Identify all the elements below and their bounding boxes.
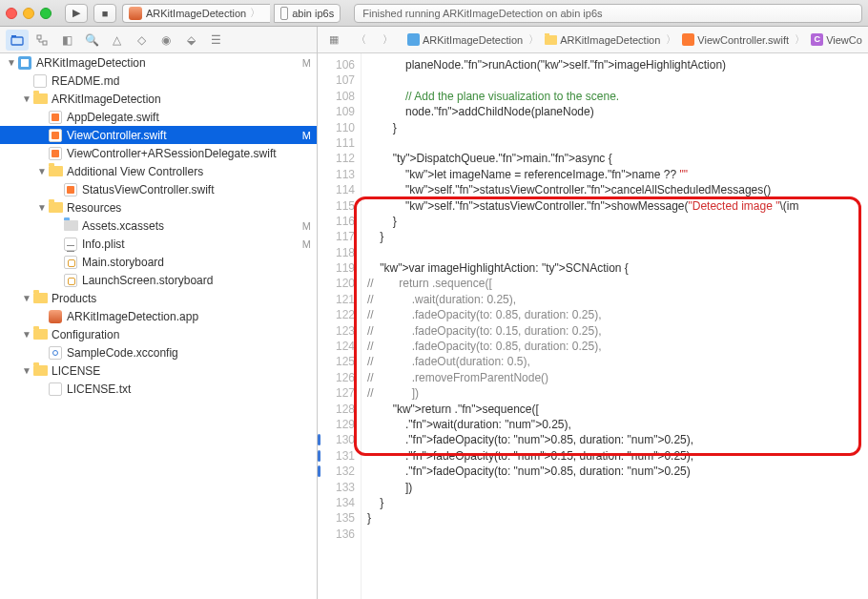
chevron-right-icon: 〉: [528, 32, 539, 47]
tree-row-mainsb[interactable]: Main.storyboard: [0, 253, 317, 271]
forward-button[interactable]: 〉: [377, 31, 398, 50]
navigator-selector: ◧ 🔍 △ ◇ ◉ ⬙ ☰: [0, 27, 317, 53]
chevron-left-icon: 〈: [356, 32, 366, 47]
folder-icon: [33, 365, 48, 376]
swift-file-icon: [49, 111, 62, 124]
storyboard-file-icon: [64, 256, 77, 269]
tree-row-licensetxt[interactable]: LICENSE.txt: [0, 380, 317, 398]
swift-file-icon: [682, 33, 694, 46]
class-icon: C: [811, 33, 823, 46]
scheme-app-label: ARKitImageDetection: [146, 8, 246, 19]
issue-navigator-tab[interactable]: △: [105, 30, 128, 51]
breadcrumb-symbol: ViewCont: [826, 34, 862, 46]
tree-row-readme[interactable]: README.md: [0, 72, 317, 90]
symbol-navigator-tab[interactable]: ◧: [55, 30, 78, 51]
tree-row-infoplist[interactable]: Info.plistM: [0, 235, 317, 253]
chevron-right-icon: 〉: [250, 6, 260, 20]
test-navigator-tab[interactable]: ◇: [130, 30, 153, 51]
report-navigator-tab[interactable]: ☰: [204, 30, 227, 51]
folder-icon: [545, 35, 557, 45]
breadcrumb-group: ARKitImageDetection: [560, 34, 660, 46]
related-items-button[interactable]: ▦: [323, 31, 344, 50]
debug-navigator-tab[interactable]: ◉: [155, 30, 177, 51]
tree-row-app[interactable]: ARKitImageDetection.app: [0, 307, 317, 325]
xcconfig-file-icon: [49, 346, 62, 360]
toolbar: ▶ ■ ARKitImageDetection 〉 abin ip6s Fini…: [0, 0, 868, 27]
close-window-button[interactable]: [6, 8, 17, 19]
text-file-icon: [49, 382, 62, 396]
grid-icon: ▦: [329, 33, 339, 46]
window-controls: [6, 8, 52, 19]
tree-row-statusvc[interactable]: StatusViewController.swift: [0, 180, 317, 198]
tree-row-license[interactable]: ▼LICENSE: [0, 361, 317, 380]
project-navigator-tab[interactable]: [6, 30, 29, 51]
folder-icon: [10, 33, 24, 47]
source-text[interactable]: planeNode."fn">runAction("kw">self."fn">…: [362, 53, 868, 599]
device-icon: [280, 7, 288, 20]
scheme-device-label: abin ip6s: [292, 8, 334, 19]
storyboard-file-icon: [64, 274, 77, 287]
swift-file-icon: [49, 147, 62, 160]
back-button[interactable]: 〈: [350, 31, 371, 50]
tree-row-viewcontroller[interactable]: ViewController.swiftM: [0, 126, 317, 144]
tree-row-addvc[interactable]: ▼Additional View Controllers: [0, 162, 317, 180]
svg-rect-3: [43, 41, 47, 45]
line-number-gutter[interactable]: 1061071081091101111121131141151161171181…: [318, 53, 362, 599]
scheme-selector[interactable]: ARKitImageDetection 〉 abin ip6s: [122, 4, 341, 23]
tree-row-samplecfg[interactable]: SampleCode.xcconfig: [0, 343, 317, 361]
play-icon: ▶: [72, 7, 80, 19]
scm-icon: [35, 33, 49, 47]
plist-file-icon: [64, 238, 77, 251]
test-icon: ◇: [137, 33, 146, 47]
find-navigator-tab[interactable]: 🔍: [80, 30, 103, 51]
zoom-window-button[interactable]: [40, 8, 52, 19]
tree-row-appdelegate[interactable]: AppDelegate.swift: [0, 108, 317, 126]
tree-row-project[interactable]: ▼ARKitImageDetectionM: [0, 53, 317, 72]
svg-rect-2: [37, 35, 41, 39]
breakpoint-navigator-tab[interactable]: ⬙: [179, 30, 202, 51]
breadcrumb-project: ARKitImageDetection: [423, 34, 523, 46]
tree-row-products[interactable]: ▼Products: [0, 289, 317, 307]
breakpoint-icon: ⬙: [187, 33, 196, 47]
minimize-window-button[interactable]: [23, 8, 34, 19]
breadcrumb[interactable]: ARKitImageDetection 〉 ARKitImageDetectio…: [403, 31, 862, 48]
markdown-file-icon: [33, 74, 47, 88]
xcode-project-icon: [18, 56, 31, 70]
folder-icon: [33, 93, 48, 104]
status-text: Finished running ARKitImageDetection on …: [362, 8, 602, 19]
tree-row-group-arkit[interactable]: ▼ARKitImageDetection: [0, 90, 317, 108]
symbol-icon: ◧: [62, 33, 72, 47]
xcode-project-icon: [407, 33, 420, 46]
svg-rect-0: [11, 37, 23, 45]
warning-icon: △: [113, 33, 121, 47]
source-control-navigator-tab[interactable]: [31, 30, 53, 51]
gauge-icon: ◉: [161, 33, 171, 47]
chevron-right-icon: 〉: [382, 32, 393, 47]
chevron-right-icon: 〉: [666, 32, 676, 47]
svg-rect-1: [11, 35, 16, 37]
folder-icon: [49, 166, 63, 176]
tree-row-config[interactable]: ▼Configuration: [0, 325, 317, 343]
folder-icon: [33, 293, 48, 303]
report-icon: ☰: [211, 33, 221, 47]
activity-status: Finished running ARKitImageDetection on …: [354, 4, 862, 23]
swift-file-icon: [49, 129, 62, 142]
editor-area: ▦ 〈 〉 ARKitImageDetection 〉 ARKitImageDe…: [318, 27, 868, 599]
navigator-sidebar: ◧ 🔍 △ ◇ ◉ ⬙ ☰ ▼ARKitImageDetectionM READ…: [0, 27, 318, 599]
app-icon: [49, 310, 62, 323]
project-tree[interactable]: ▼ARKitImageDetectionM README.md ▼ARKitIm…: [0, 53, 317, 599]
jump-bar: ▦ 〈 〉 ARKitImageDetection 〉 ARKitImageDe…: [318, 27, 868, 53]
chevron-right-icon: 〉: [795, 32, 805, 47]
tree-row-resources[interactable]: ▼Resources: [0, 198, 317, 217]
tree-row-vcsession[interactable]: ViewController+ARSessionDelegate.swift: [0, 144, 317, 162]
stop-button[interactable]: ■: [93, 4, 116, 23]
assets-icon: [64, 220, 78, 231]
stop-icon: ■: [102, 8, 109, 19]
search-icon: 🔍: [85, 33, 99, 47]
folder-icon: [33, 329, 48, 340]
source-editor[interactable]: 1061071081091101111121131141151161171181…: [318, 53, 868, 599]
tree-row-assets[interactable]: Assets.xcassetsM: [0, 217, 317, 235]
app-icon: [129, 7, 142, 20]
tree-row-launchsb[interactable]: LaunchScreen.storyboard: [0, 271, 317, 289]
run-button[interactable]: ▶: [65, 4, 88, 23]
